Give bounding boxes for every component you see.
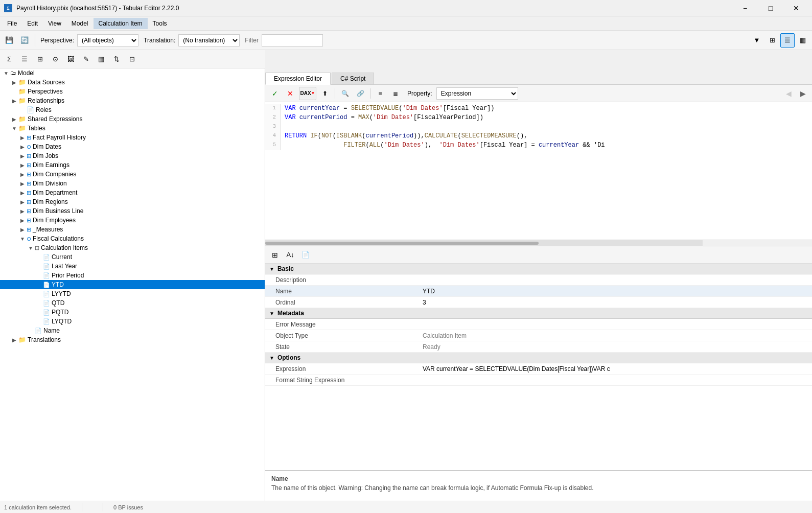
tree-node-dimearnings[interactable]: ▶ ⊞ Dim Earnings	[0, 160, 265, 170]
tree-node-lyytd[interactable]: ▶ 📄 LYYTD	[0, 289, 265, 298]
translation-dropdown[interactable]: (No translation)	[178, 34, 240, 46]
tree-toggle-dimcompanies[interactable]: ▶	[18, 172, 27, 177]
tree-toggle-tables[interactable]: ▼	[10, 126, 18, 131]
tree-toggle-translations[interactable]: ▶	[10, 337, 18, 343]
editor-btn-dax[interactable]: DAX▼	[299, 87, 316, 100]
tree-node-perspectives[interactable]: ▶ 📁 Perspectives	[0, 87, 265, 96]
tree-node-dimjobs[interactable]: ▶ ⊞ Dim Jobs	[0, 151, 265, 160]
menu-edit[interactable]: Edit	[22, 18, 43, 29]
tree-toggle-measures[interactable]: ▶	[18, 227, 27, 232]
menu-calculation-item[interactable]: Calculation Item	[94, 18, 148, 29]
tree-node-ytd[interactable]: ▶ 📄 YTD	[0, 280, 265, 289]
tree-toggle-model[interactable]: ▼	[2, 71, 10, 76]
tree-toggle-dimdivision[interactable]: ▶	[18, 181, 27, 186]
tree-node-calcitems[interactable]: ▼ ⊡ Calculation Items	[0, 243, 265, 252]
tree-node-dimcompanies[interactable]: ▶ ⊞ Dim Companies	[0, 170, 265, 179]
tree-node-measures[interactable]: ▶ ⊞ _Measures	[0, 225, 265, 234]
tb2-edit[interactable]: ✎	[79, 52, 93, 66]
tb2-list[interactable]: ☰	[17, 52, 32, 66]
menu-view[interactable]: View	[43, 18, 66, 29]
tree-node-current[interactable]: ▶ 📄 Current	[0, 252, 265, 262]
tree-toggle-dimdepartment[interactable]: ▶	[18, 190, 27, 196]
tree-toggle-relationships[interactable]: ▶	[10, 98, 18, 104]
tb2-grid[interactable]: ⊞	[33, 52, 47, 66]
tree-node-lastyear[interactable]: ▶ 📄 Last Year	[0, 262, 265, 271]
tree-toggle-datasources[interactable]: ▶	[10, 80, 18, 85]
editor-btn-accept[interactable]: ✓	[268, 87, 282, 100]
tb2-circle[interactable]: ⊙	[48, 52, 62, 66]
toolbar-layout-btn1[interactable]: ⊞	[765, 33, 779, 48]
tree-toggle-dimbusinessline[interactable]: ▶	[18, 208, 27, 214]
tree-node-dimdepartment[interactable]: ▶ ⊞ Dim Department	[0, 188, 265, 197]
tree-node-dimbusinessline[interactable]: ▶ ⊞ Dim Business Line	[0, 206, 265, 216]
property-dropdown[interactable]: Expression	[436, 87, 518, 100]
tree-node-factpayrollhistory[interactable]: ▶ ⊞ Fact Payroll History	[0, 133, 265, 142]
tree-node-datasources[interactable]: ▶ 📁 Data Sources	[0, 78, 265, 87]
tb2-box[interactable]: ⊡	[125, 52, 139, 66]
tab-csharp-script[interactable]: C# Script	[332, 73, 374, 84]
tb2-sort[interactable]: ⇅	[109, 52, 124, 66]
filter-input[interactable]	[262, 34, 323, 46]
tree-node-dimregions[interactable]: ▶ ⊞ Dim Regions	[0, 197, 265, 206]
editor-scrollbar[interactable]	[265, 240, 812, 246]
tree-node-relationships[interactable]: ▶ 📁 Relationships	[0, 96, 265, 105]
tree-toggle-dimemployees[interactable]: ▶	[18, 218, 27, 223]
editor-btn-indent[interactable]: ≡	[374, 87, 387, 100]
tree-node-priorperiod[interactable]: ▶ 📄 Prior Period	[0, 271, 265, 280]
props-btn-doc[interactable]: 📄	[299, 248, 312, 262]
props-btn-sort[interactable]: A↓	[284, 248, 297, 262]
toolbar-layout-btn3[interactable]: ▦	[796, 33, 810, 48]
section-metadata-header[interactable]: ▼ Metadata	[265, 308, 812, 319]
tree-node-translations[interactable]: ▶ 📁 Translations	[0, 335, 265, 344]
close-button[interactable]: ✕	[784, 0, 808, 16]
tree-node-lyqtd[interactable]: ▶ 📄 LYQTD	[0, 317, 265, 326]
editor-btn-indent2[interactable]: ≣	[389, 87, 402, 100]
section-options-header[interactable]: ▼ Options	[265, 353, 812, 363]
editor-btn-discard[interactable]: ✕	[284, 87, 297, 100]
tree-node-fiscalcalculations[interactable]: ▼ ⊙ Fiscal Calculations	[0, 234, 265, 243]
menu-model[interactable]: Model	[66, 18, 94, 29]
tb2-table[interactable]: ▦	[94, 52, 108, 66]
menu-tools[interactable]: Tools	[148, 18, 172, 29]
tree-node-dimdivision[interactable]: ▶ ⊞ Dim Division	[0, 179, 265, 188]
menu-file[interactable]: File	[2, 18, 22, 29]
editor-btn-search[interactable]: 🔍	[338, 87, 352, 100]
toolbar-btn-save[interactable]: 💾	[2, 33, 16, 48]
props-btn-grid[interactable]: ⊞	[268, 248, 282, 262]
tab-expression-editor[interactable]: Expression Editor	[265, 73, 331, 85]
section-options-toggle[interactable]: ▼	[269, 355, 274, 361]
tree-node-roles[interactable]: ▶ 📄 Roles	[0, 105, 265, 114]
editor-btn-link1[interactable]: 🔗	[354, 87, 367, 100]
maximize-button[interactable]: □	[759, 0, 782, 16]
nav-forward-button[interactable]: ▶	[797, 87, 809, 100]
toolbar-layout-btn2[interactable]: ☰	[780, 33, 795, 48]
tree-toggle-fiscalcalculations[interactable]: ▼	[18, 236, 27, 242]
tree-toggle-dimjobs[interactable]: ▶	[18, 153, 27, 159]
section-metadata-toggle[interactable]: ▼	[269, 311, 274, 316]
tree-node-qtd[interactable]: ▶ 📄 QTD	[0, 298, 265, 308]
section-basic-header[interactable]: ▼ Basic	[265, 264, 812, 274]
tree-toggle-calcitems[interactable]: ▼	[27, 245, 35, 251]
tb2-sigma[interactable]: Σ	[2, 52, 16, 66]
tree-toggle-factpayrollhistory[interactable]: ▶	[18, 135, 27, 141]
tree-toggle-dimregions[interactable]: ▶	[18, 199, 27, 205]
tb2-image[interactable]: 🖼	[63, 52, 78, 66]
tree-node-tables[interactable]: ▼ 📁 Tables	[0, 124, 265, 133]
tree-toggle-dimearnings[interactable]: ▶	[18, 162, 27, 168]
section-basic-toggle[interactable]: ▼	[269, 266, 274, 272]
tree-node-pqtd[interactable]: ▶ 📄 PQTD	[0, 308, 265, 317]
perspective-dropdown[interactable]: (All objects)	[77, 34, 138, 46]
tree-toggle-sharedexpressions[interactable]: ▶	[10, 116, 18, 122]
code-editor[interactable]: 1 VAR currentYear = SELECTEDVALUE('Dim D…	[265, 102, 812, 240]
nav-back-button[interactable]: ◀	[782, 87, 795, 100]
tree-node-name[interactable]: ▶ 📄 Name	[0, 326, 265, 335]
toolbar-filter-btn[interactable]: ▼	[750, 33, 764, 48]
tree-node-model[interactable]: ▼ 🗂 Model	[0, 68, 265, 78]
toolbar-btn-refresh[interactable]: 🔄	[17, 33, 32, 48]
tree-node-dimdates[interactable]: ▶ ⊙ Dim Dates	[0, 142, 265, 151]
tree-node-dimemployees[interactable]: ▶ ⊞ Dim Employees	[0, 216, 265, 225]
editor-btn-upload[interactable]: ⬆	[318, 87, 332, 100]
tree-node-sharedexpressions[interactable]: ▶ 📁 Shared Expressions	[0, 114, 265, 124]
minimize-button[interactable]: −	[733, 0, 757, 16]
tree-toggle-dimdates[interactable]: ▶	[18, 144, 27, 150]
